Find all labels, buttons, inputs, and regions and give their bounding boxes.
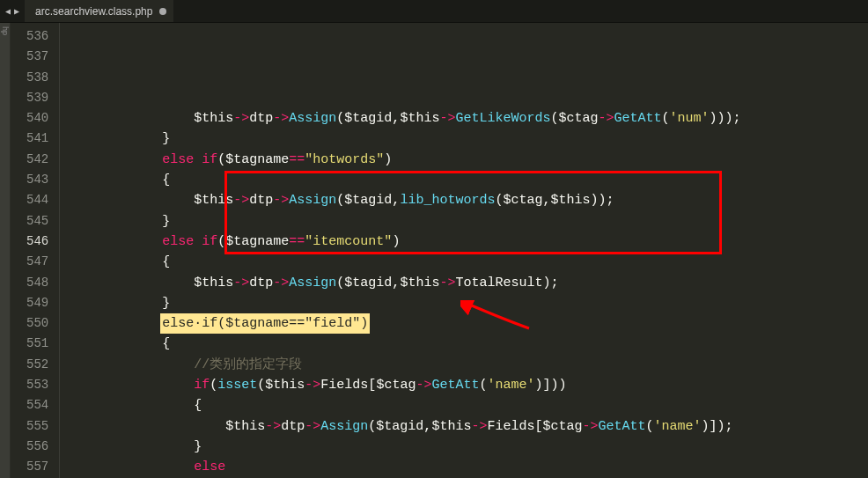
tab-nav-arrows: ◀ ▶ [0,0,25,22]
code-line[interactable]: { [67,170,868,190]
line-number: 539 [26,88,48,108]
dirty-indicator-icon [159,8,166,15]
code-line[interactable]: { [67,252,868,272]
code-line[interactable]: else [67,457,868,477]
code-line[interactable]: else·if($tagname=="field") [67,313,868,334]
code-line[interactable]: } [67,211,868,232]
line-number: 541 [26,129,48,149]
collapsed-sidebar-tab[interactable]: hp [0,23,11,478]
line-number: 548 [26,273,48,293]
line-number: 549 [26,293,48,313]
line-number: 556 [26,437,48,457]
line-number: 543 [26,170,48,190]
line-number: 540 [26,108,48,129]
tab-bar: ◀ ▶ arc.searchview.class.php [0,0,868,23]
code-editor[interactable]: 5365375385395405415425435445455465475485… [11,23,868,478]
code-line[interactable]: else if($tagname=="itemcount") [67,232,868,252]
code-line[interactable]: $this->dtp->Assign($tagid,$this->GetLike… [67,108,868,129]
code-line[interactable]: } [67,293,868,313]
line-number: 552 [26,355,48,375]
line-number: 553 [26,375,48,395]
search-highlight: else·if($tagname=="field") [160,313,370,334]
line-number: 545 [26,211,48,232]
code-line[interactable]: } [67,129,868,149]
code-line[interactable]: } [67,437,868,457]
line-number: 537 [26,47,48,67]
code-line[interactable]: if(isset($this->Fields[$ctag->GetAtt('na… [67,375,868,395]
code-line[interactable]: $this->dtp->Assign($tagid,$this->TotalRe… [67,273,868,293]
line-number: 538 [26,68,48,88]
code-line[interactable]: $this->dtp->Assign($tagid,lib_hotwords($… [67,190,868,210]
code-area[interactable]: $this->dtp->Assign($tagid,$this->GetLike… [60,23,868,478]
code-line[interactable]: else if($tagname=="hotwords") [67,150,868,170]
nav-prev-icon[interactable]: ◀ [5,6,11,17]
line-number: 555 [26,416,48,437]
line-number: 546 [26,232,48,252]
line-number: 547 [26,252,48,272]
code-line[interactable]: { [67,334,868,354]
code-line[interactable]: //类别的指定字段 [67,355,868,375]
code-line[interactable]: { [67,395,868,415]
line-number-gutter: 5365375385395405415425435445455465475485… [11,23,60,478]
nav-next-icon[interactable]: ▶ [14,6,19,17]
line-number: 544 [26,190,48,210]
collapsed-sidebar-label: hp [1,26,10,35]
line-number: 536 [26,26,48,47]
line-number: 554 [26,395,48,415]
line-number: 551 [26,334,48,354]
line-number: 550 [26,313,48,334]
code-line[interactable]: $this->dtp->Assign($tagid,$this->Fields[… [67,416,868,437]
file-tab[interactable]: arc.searchview.class.php [25,0,174,22]
file-tab-label: arc.searchview.class.php [35,5,152,18]
line-number: 557 [26,457,48,477]
line-number: 542 [26,150,48,170]
